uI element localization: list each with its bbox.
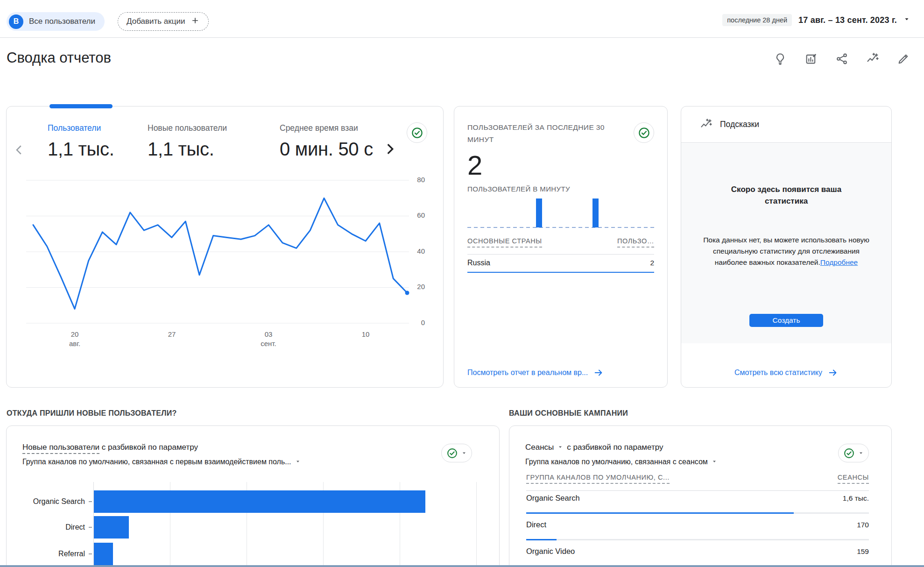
realtime-title: ПОЛЬЗОВАТЕЛЕЙ ЗА ПОСЛЕДНИЕ 30 МИНУТ — [467, 121, 617, 146]
divider — [526, 490, 869, 491]
data-quality-badge[interactable] — [634, 122, 654, 143]
sessions-column-header[interactable]: СЕАНСЫ — [838, 474, 869, 484]
card-title: Новые пользователи с разбивкой по параме… — [22, 443, 198, 452]
edit-button[interactable] — [897, 52, 910, 65]
channel-cell: Organic Video — [526, 547, 575, 556]
metric-label: Новые пользователи — [148, 123, 227, 133]
dimension-selector[interactable]: Группа каналов по умолчанию, связанная с… — [525, 458, 717, 466]
channel-group-column-header[interactable]: ГРУППА КАНАЛОВ ПО УМОЛЧАНИЮ, С... — [526, 474, 670, 484]
trend-endpoint-dot — [405, 291, 409, 295]
insights-sparkline-button[interactable] — [866, 52, 879, 65]
insights-title: Подсказки — [720, 120, 759, 129]
metrics-next-button[interactable] — [382, 141, 398, 159]
sparkline-baseline — [467, 227, 655, 228]
row-value-bar — [526, 512, 869, 514]
metrics-prev-button[interactable] — [12, 143, 26, 159]
y-axis-tick: 60 — [398, 211, 425, 219]
campaigns-card: Сеансы с разбивкой по параметру Группа к… — [509, 425, 892, 567]
insights-card: Подсказки Скоро здесь появится ваша стат… — [681, 106, 892, 388]
overview-metrics-card: Пользователи 1,1 тыс. Новые пользователи… — [6, 106, 444, 388]
realtime-table-header: ОСНОВНЫЕ СТРАНЫ ПОЛЬЗО… — [467, 237, 654, 248]
gridline — [476, 482, 477, 567]
view-all-insights-link[interactable]: Смотреть всю статистику — [734, 368, 838, 378]
chevron-down-icon — [557, 443, 563, 452]
add-comparison-chip[interactable]: Добавить акции — [118, 12, 209, 31]
sparkline-bar — [536, 198, 542, 227]
y-axis-tick: 20 — [398, 283, 425, 291]
chevron-down-icon — [461, 450, 467, 456]
card-title: Сеансы с разбивкой по параметру — [525, 443, 663, 452]
sessions-cell: 159 — [857, 547, 869, 556]
chevron-right-icon — [382, 141, 398, 157]
insights-empty-title: Скоро здесь появится ваша статистика — [719, 184, 854, 207]
table-row: Direct 170 — [526, 520, 869, 529]
data-quality-badge[interactable] — [441, 444, 472, 462]
realtime-card: ПОЛЬЗОВАТЕЛЕЙ ЗА ПОСЛЕДНИЕ 30 МИНУТ 2 ПО… — [454, 106, 668, 388]
bar-category-label: Organic Search — [16, 490, 85, 513]
add-comparison-label: Добавить акции — [127, 17, 185, 26]
chevron-down-icon — [858, 450, 864, 456]
metric-label: Среднее время взаи — [280, 123, 389, 133]
x-axis-tick: 10 — [362, 330, 370, 339]
check-circle-icon — [411, 127, 423, 139]
insights-bulb-button[interactable] — [774, 52, 787, 65]
insights-sparkline-icon — [700, 118, 712, 131]
arrow-right-icon — [828, 368, 838, 378]
date-range-selector[interactable]: последние 28 дней 17 авг. – 13 сент. 202… — [722, 14, 910, 26]
bar-organic-search — [94, 490, 425, 513]
data-quality-badge[interactable] — [838, 444, 869, 462]
chevron-down-icon — [295, 458, 301, 466]
horizontal-scrollbar[interactable] — [0, 565, 924, 567]
users-column-header[interactable]: ПОЛЬЗО… — [617, 237, 654, 248]
audience-chip[interactable]: В Все пользователи — [7, 12, 105, 31]
channels-bar-chart: Organic Search Direct Referral — [7, 476, 499, 567]
data-quality-badge[interactable] — [407, 122, 427, 143]
y-axis-tick: 0 — [398, 319, 425, 326]
chevron-down-icon — [712, 458, 717, 466]
bar-direct — [94, 516, 129, 539]
insights-sparkline-icon — [866, 52, 879, 65]
table-row: Russia 2 — [467, 259, 654, 267]
selected-metric-indicator — [49, 104, 113, 108]
metric-value: 1,1 тыс. — [148, 139, 227, 160]
metric-tab-avg-engagement-time[interactable]: Среднее время взаи 0 мин. 50 с — [280, 123, 389, 160]
create-insight-button[interactable]: Создать — [749, 314, 823, 327]
metric-value: 0 мин. 50 с — [280, 139, 389, 160]
country-cell: Russia — [467, 259, 490, 267]
new-users-by-channel-card: Новые пользователи с разбивкой по параме… — [6, 425, 500, 567]
customize-report-button[interactable] — [804, 52, 818, 65]
arrow-right-icon — [593, 368, 604, 378]
chevron-down-icon — [903, 16, 910, 24]
learn-more-link[interactable]: Подробнее — [820, 258, 858, 266]
countries-column-header[interactable]: ОСНОВНЫЕ СТРАНЫ — [467, 237, 542, 248]
customize-report-icon — [804, 52, 818, 65]
table-row: Organic Video 159 — [526, 547, 869, 556]
dimension-selector[interactable]: Группа каналов по умолчанию, связанная с… — [22, 458, 301, 466]
realtime-report-link[interactable]: Посмотреть отчет в реальном вр... — [467, 368, 604, 378]
sparkline-bar — [592, 198, 599, 227]
audience-chip-label: Все пользователи — [29, 17, 95, 26]
y-axis-tick: 40 — [398, 247, 425, 255]
metric-tab-users[interactable]: Пользователи 1,1 тыс. — [48, 123, 114, 160]
metric-tab-new-users[interactable]: Новые пользователи 1,1 тыс. — [148, 123, 227, 160]
trend-line — [33, 198, 407, 309]
sessions-cell: 170 — [857, 521, 869, 529]
realtime-users-value: 2 — [467, 149, 482, 181]
edit-pencil-icon — [897, 52, 910, 65]
table-row: Organic Search 1,6 тыс. — [526, 494, 869, 503]
divider — [467, 254, 654, 255]
x-axis-tick: 20авг. — [69, 330, 80, 349]
insights-empty-text: Пока данных нет, вы можете использовать … — [702, 234, 870, 268]
metric-selector[interactable]: Сеансы — [525, 443, 554, 452]
row-value-bar — [526, 539, 869, 540]
check-circle-icon — [446, 447, 458, 459]
lightbulb-icon — [774, 52, 787, 65]
users-cell: 2 — [650, 259, 654, 267]
row-value-bar — [467, 272, 654, 273]
x-axis-tick: 27 — [168, 330, 176, 339]
date-range-label: 17 авг. – 13 сент. 2023 г. — [798, 15, 897, 25]
share-button[interactable] — [835, 52, 848, 65]
bar-category-label: Referral — [16, 543, 85, 565]
check-circle-icon — [638, 127, 650, 139]
metric-selector[interactable]: Новые пользователи — [22, 443, 99, 454]
